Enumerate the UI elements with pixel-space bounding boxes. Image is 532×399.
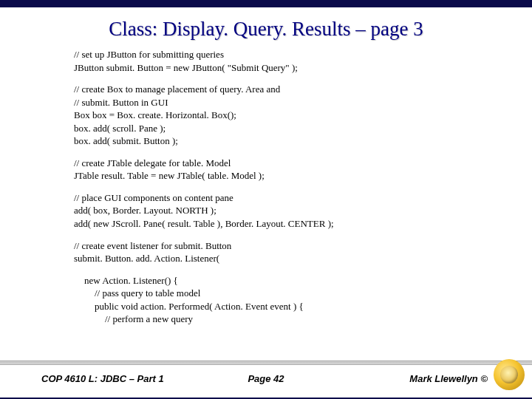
- code-line: new Action. Listener() {: [74, 274, 514, 287]
- slide-title: Class: Display. Query. Results – page 3: [0, 18, 532, 41]
- code-block-2: // create Box to manage placement of que…: [74, 83, 514, 148]
- code-line: // create event listener for submit. But…: [74, 239, 514, 253]
- code-block-6: new Action. Listener() { // pass query t…: [74, 274, 514, 326]
- code-line: // set up JButton for submitting queries: [74, 48, 514, 61]
- code-line: // submit. Button in GUI: [74, 96, 514, 109]
- code-line: // pass query to table model: [74, 287, 514, 300]
- ucf-logo-inner: [500, 366, 518, 383]
- code-line: add( new JScroll. Pane( result. Table ),…: [74, 217, 514, 231]
- code-block-3: // create JTable delegate for table. Mod…: [74, 157, 514, 183]
- code-line: public void action. Performed( Action. E…: [74, 300, 514, 313]
- code-line: box. add( submit. Button );: [74, 134, 514, 148]
- code-line: // create Box to manage placement of que…: [74, 83, 514, 96]
- footer-course: COP 4610 L: JDBC – Part 1: [0, 373, 164, 384]
- code-line: JButton submit. Button = new JButton( "S…: [74, 61, 514, 75]
- code-line: add( box, Border. Layout. NORTH );: [74, 204, 514, 217]
- footer: COP 4610 L: JDBC – Part 1 Page 42 Mark L…: [0, 364, 532, 393]
- code-line: JTable result. Table = new JTable( table…: [74, 169, 514, 183]
- slide-content: // set up JButton for submitting queries…: [0, 48, 532, 398]
- footer-page: Page 42: [248, 373, 284, 384]
- code-line: // perform a new query: [74, 313, 514, 326]
- code-block-4: // place GUI components on content pane …: [74, 191, 514, 231]
- code-block-5: // create event listener for submit. But…: [74, 239, 514, 265]
- code-line: box. add( scroll. Pane );: [74, 122, 514, 135]
- code-line: // create JTable delegate for table. Mod…: [74, 157, 514, 170]
- code-line: Box box = Box. create. Horizontal. Box()…: [74, 109, 514, 122]
- code-block-1: // set up JButton for submitting queries…: [74, 48, 514, 74]
- ucf-logo: [494, 359, 525, 390]
- code-line: // place GUI components on content pane: [74, 191, 514, 205]
- code-line: submit. Button. add. Action. Listener(: [74, 252, 514, 265]
- slide: Class: Display. Query. Results – page 3 …: [0, 0, 532, 399]
